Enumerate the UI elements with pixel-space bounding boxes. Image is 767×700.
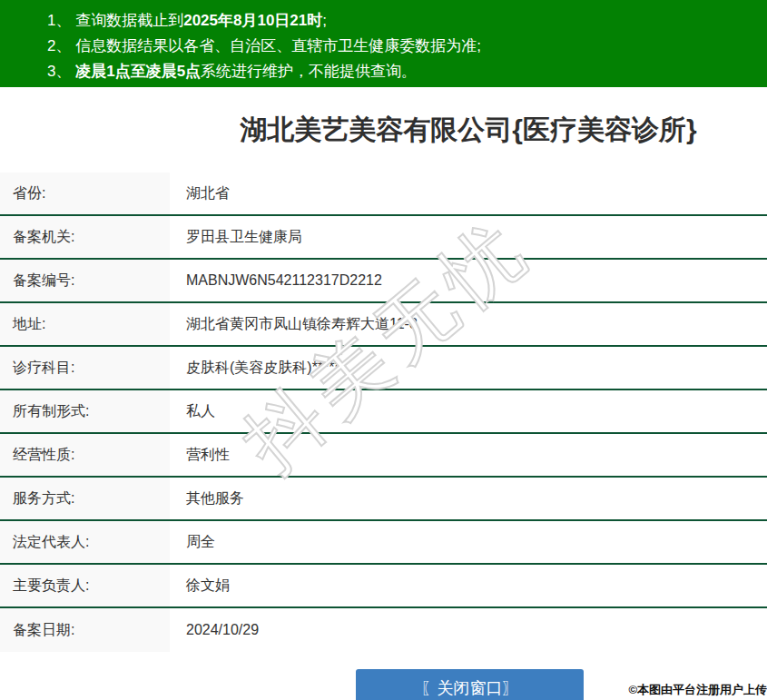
table-row-main-person-in-charge: 主要负责人: 徐文娟 xyxy=(0,565,767,608)
row-value: 周全 xyxy=(170,521,767,563)
close-window-button[interactable]: 〖关闭窗口〗 xyxy=(356,669,584,700)
notice-line-1: 1、 查询数据截止到2025年8月10日21时; xyxy=(47,8,758,34)
row-value: 营利性 xyxy=(170,434,767,476)
table-row-filing-date: 备案日期: 2024/10/29 xyxy=(0,608,767,652)
notice-text: 系统进行维护，不能提供查询。 xyxy=(201,63,417,80)
row-label: 备案日期: xyxy=(0,608,170,652)
table-row-service-mode: 服务方式: 其他服务 xyxy=(0,478,767,521)
row-label: 所有制形式: xyxy=(0,390,170,432)
copyright-stamp: ©本图由平台注册用户上传 xyxy=(628,682,767,698)
table-row-filing-authority: 备案机关: 罗田县卫生健康局 xyxy=(0,216,767,260)
row-label: 备案机关: xyxy=(0,216,170,258)
row-value: 湖北省 xyxy=(170,173,767,214)
medical-license-query-page: 1、 查询数据截止到2025年8月10日21时; 2、 信息数据结果以各省、自治… xyxy=(0,0,767,700)
notice-text: 1、 查询数据截止到 xyxy=(47,12,183,29)
row-label: 诊疗科目: xyxy=(0,347,170,389)
table-row-business-nature: 经营性质: 营利性 xyxy=(0,434,767,478)
table-row-treatment-subjects: 诊疗科目: 皮肤科(美容皮肤科)****** xyxy=(0,347,767,390)
table-row-address: 地址: 湖北省黄冈市凤山镇徐寿辉大道11-8 xyxy=(0,303,767,347)
row-value: MABNJW6N542112317D2212 xyxy=(170,260,767,301)
row-value: 罗田县卫生健康局 xyxy=(170,216,767,258)
row-value: 私人 xyxy=(170,390,767,432)
row-label: 省份: xyxy=(0,173,170,214)
row-label: 主要负责人: xyxy=(0,565,170,606)
row-value: 徐文娟 xyxy=(170,565,767,606)
notice-text: ; xyxy=(322,12,327,29)
page-title: 湖北美艺美容有限公司{医疗美容诊所} xyxy=(240,112,696,149)
row-label: 备案编号: xyxy=(0,260,170,301)
row-value: 其他服务 xyxy=(170,478,767,519)
row-value: 湖北省黄冈市凤山镇徐寿辉大道11-8 xyxy=(170,303,767,345)
table-row-ownership-form: 所有制形式: 私人 xyxy=(0,390,767,434)
row-value: 2024/10/29 xyxy=(170,608,767,652)
table-row-legal-representative: 法定代表人: 周全 xyxy=(0,521,767,565)
row-value: 皮肤科(美容皮肤科)****** xyxy=(170,347,767,389)
row-label: 经营性质: xyxy=(0,434,170,476)
row-label: 服务方式: xyxy=(0,478,170,519)
table-row-province: 省份: 湖北省 xyxy=(0,173,767,216)
row-label: 地址: xyxy=(0,303,170,345)
record-table: 省份: 湖北省 备案机关: 罗田县卫生健康局 备案编号: MABNJW6N542… xyxy=(0,173,767,652)
notice-text: 3、 xyxy=(47,63,75,80)
notice-text: 2、 信息数据结果以各省、自治区、直辖市卫生健康委数据为准; xyxy=(47,37,481,54)
notice-banner: 1、 查询数据截止到2025年8月10日21时; 2、 信息数据结果以各省、自治… xyxy=(0,0,767,87)
notice-bold-text: 2025年8月10日21时 xyxy=(183,12,322,29)
table-row-filing-number: 备案编号: MABNJW6N542112317D2212 xyxy=(0,260,767,303)
title-area: 湖北美艺美容有限公司{医疗美容诊所} xyxy=(170,87,767,173)
notice-line-3: 3、 凌晨1点至凌晨5点系统进行维护，不能提供查询。 xyxy=(47,59,758,84)
notice-line-2: 2、 信息数据结果以各省、自治区、直辖市卫生健康委数据为准; xyxy=(47,34,758,59)
notice-bold-text: 凌晨1点至凌晨5点 xyxy=(75,63,201,80)
row-label: 法定代表人: xyxy=(0,521,170,563)
